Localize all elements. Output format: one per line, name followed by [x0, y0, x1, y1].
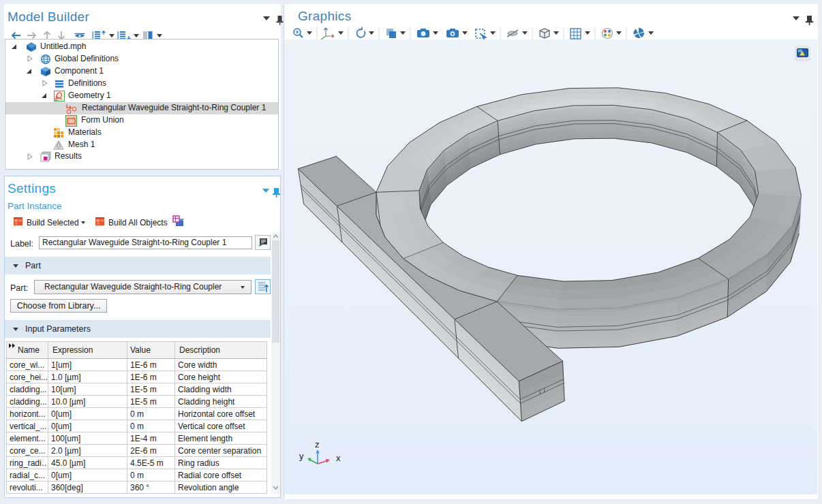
svg-text:y: y: [299, 451, 304, 461]
svg-text:x: x: [336, 453, 341, 463]
svg-text:z: z: [315, 439, 320, 450]
